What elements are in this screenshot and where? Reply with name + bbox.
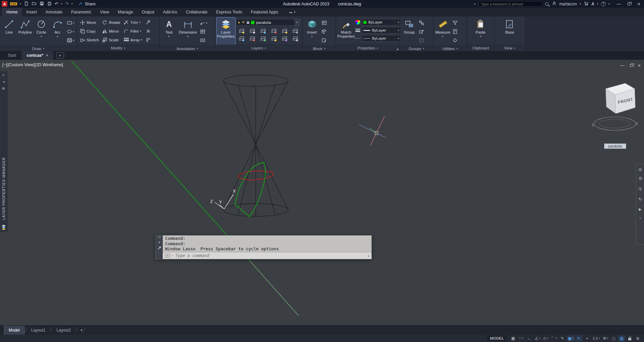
polar-tracking-toggle[interactable]: ∠▾ xyxy=(534,335,541,341)
viewport-minimize-control[interactable]: [−] xyxy=(2,62,7,67)
isolate-objects-button[interactable]: ▢ xyxy=(610,335,617,341)
scale-tool-button[interactable]: Scale xyxy=(101,36,121,44)
insert-block-button[interactable]: Insert ▾ xyxy=(304,17,320,46)
search-collapse-icon[interactable]: ▸ xyxy=(475,2,476,5)
compass-east-label[interactable]: E xyxy=(636,122,638,126)
copy-tool-button[interactable]: Copy xyxy=(79,27,100,35)
ribbon-display-toggle[interactable]: ▬ ▾ xyxy=(287,8,298,16)
help-icon[interactable]: ? xyxy=(601,2,606,6)
selection-cycling-toggle[interactable]: ▣▾ xyxy=(567,335,574,341)
layer-dropdown[interactable]: ● ☀ parabola ▾ xyxy=(236,19,300,26)
line-tool-button[interactable]: Line xyxy=(1,17,17,46)
explode-tool-button[interactable] xyxy=(145,27,152,35)
snap-mode-toggle[interactable]: ∷▾ xyxy=(517,335,525,341)
layer-off-button[interactable] xyxy=(236,27,247,35)
axis-cross-marker[interactable] xyxy=(359,116,386,145)
palette-settings-icon[interactable]: ⚙ xyxy=(2,87,5,90)
mirror-tool-button[interactable]: Mirror xyxy=(101,27,121,35)
layout-tab-model[interactable]: Model xyxy=(4,326,24,335)
rectangle-tool-button[interactable]: ▾ xyxy=(66,19,75,27)
paste-button[interactable]: Paste ▾ xyxy=(473,17,489,45)
layer-on-icon[interactable]: ● xyxy=(238,20,240,24)
dimension-tool-button[interactable]: Dimension ▾ xyxy=(177,17,199,46)
layer-isolate-button[interactable] xyxy=(247,27,257,35)
panel-footer-utilities[interactable]: Utilities▾ xyxy=(434,46,466,51)
panel-footer-clipboard[interactable]: Clipboard xyxy=(467,45,494,51)
panel-footer-block[interactable]: Block▾ xyxy=(303,46,336,51)
viewport-visual-style-control[interactable]: [2D Wireframe] xyxy=(35,62,63,67)
close-tab-icon[interactable]: × xyxy=(46,53,48,58)
zoom-button[interactable] xyxy=(638,186,642,193)
annotation-monitor-toggle[interactable]: ✎ xyxy=(559,335,566,341)
autodesk-app-icon[interactable]: A xyxy=(591,2,594,6)
tab-express-tools[interactable]: Express Tools xyxy=(212,8,247,16)
customization-gear-button[interactable]: ⚙▾ xyxy=(602,335,609,341)
autodesk-app-caret-icon[interactable]: ▾ xyxy=(597,2,598,5)
leader-tool-button[interactable]: ▾ xyxy=(199,19,208,27)
new-file-button[interactable] xyxy=(24,1,29,7)
offset-tool-button[interactable] xyxy=(145,36,152,44)
layout-tab-layout2[interactable]: Layout2 xyxy=(52,326,75,335)
orbit-button[interactable]: ↻ xyxy=(638,197,642,202)
tab-parametric[interactable]: Parametric xyxy=(67,8,96,16)
group-edit-button[interactable] xyxy=(418,28,425,36)
layer-thaw-icon[interactable]: ☀ xyxy=(242,20,245,25)
doc-close-button[interactable]: × xyxy=(638,63,641,68)
help-search-field[interactable] xyxy=(481,2,540,6)
layout-tab-layout1[interactable]: Layout1 xyxy=(27,326,50,335)
arc-tool-button[interactable]: Arc ▾ xyxy=(49,17,65,46)
command-expand-icon[interactable]: ▴ xyxy=(368,254,369,257)
move-tool-button[interactable]: Move xyxy=(79,18,100,27)
save-button[interactable] xyxy=(39,1,44,7)
measure-button[interactable]: Measure ▾ xyxy=(435,17,451,46)
match-properties-button[interactable]: Match Properties xyxy=(337,17,355,45)
app-store-cart-icon[interactable] xyxy=(584,1,589,7)
construction-line[interactable] xyxy=(71,61,299,316)
properties-expander-icon[interactable] xyxy=(396,48,398,50)
manage-attributes-button[interactable] xyxy=(321,36,328,44)
command-history[interactable]: Command: Command: Window Lasso Press Spa… xyxy=(163,236,371,252)
layer-on-all-button[interactable] xyxy=(236,35,247,43)
pan-button[interactable] xyxy=(638,176,642,182)
palette-autohide-icon[interactable]: ⇥ xyxy=(2,80,5,84)
text-tool-button[interactable]: A Text ▾ xyxy=(161,17,177,46)
ellipse-tool-button[interactable]: ▾ xyxy=(66,28,75,36)
tab-view[interactable]: View xyxy=(96,8,113,16)
help-caret-icon[interactable]: ▾ xyxy=(608,2,610,5)
polyline-tool-button[interactable]: Polyline xyxy=(17,17,33,46)
command-window[interactable]: ⠿⠿ × Command: Command: Window Lasso Pres… xyxy=(155,235,372,259)
ortho-mode-toggle[interactable]: ∟ xyxy=(526,335,533,341)
compass-south-label[interactable]: S xyxy=(592,123,594,127)
dynamic-input-toggle[interactable]: + xyxy=(584,335,591,341)
panel-footer-modify[interactable]: Modify▾ xyxy=(77,45,159,51)
tab-manage[interactable]: Manage xyxy=(113,8,137,16)
model-space-toggle[interactable]: MODEL xyxy=(487,335,507,341)
text-caret-icon[interactable]: ▾ xyxy=(168,35,169,38)
lineweight-dropdown[interactable]: ByLayer ▾ xyxy=(362,27,401,34)
signed-in-user[interactable]: martaccrv xyxy=(559,2,577,6)
minimize-button[interactable]: — xyxy=(614,0,624,8)
measure-caret-icon[interactable]: ▾ xyxy=(442,35,443,38)
redo-button[interactable]: ↷ xyxy=(65,1,69,6)
fillet-tool-button[interactable]: Fillet▾ xyxy=(122,27,143,35)
define-attributes-button[interactable] xyxy=(321,19,328,27)
trim-tool-button[interactable]: Trim▾ xyxy=(122,18,143,27)
graphics-performance-toggle[interactable]: ▥ xyxy=(618,335,625,341)
palette-close-icon[interactable]: × xyxy=(3,73,5,77)
rotate-tool-button[interactable]: Rotate xyxy=(101,18,121,27)
panel-footer-annotation[interactable]: Annotation▾ xyxy=(160,46,215,51)
arc-caret-icon[interactable]: ▾ xyxy=(57,35,58,38)
group-button[interactable]: Group xyxy=(401,17,417,46)
full-navigation-wheel-button[interactable]: ◎ xyxy=(638,167,642,172)
layer-properties-button[interactable]: Layer Properties xyxy=(216,17,235,45)
tab-insert[interactable]: Insert xyxy=(22,8,41,16)
open-file-button[interactable] xyxy=(32,1,37,7)
isometric-drafting-toggle[interactable]: ◇▾ xyxy=(542,335,549,341)
command-input[interactable] xyxy=(175,253,366,258)
erase-tool-button[interactable] xyxy=(145,18,152,27)
help-search-input[interactable] xyxy=(479,1,542,7)
quick-select-button[interactable] xyxy=(452,19,458,27)
ungroup-button[interactable] xyxy=(418,19,425,27)
close-button[interactable]: × xyxy=(634,0,644,8)
undo-caret-icon[interactable]: ▾ xyxy=(61,2,62,5)
